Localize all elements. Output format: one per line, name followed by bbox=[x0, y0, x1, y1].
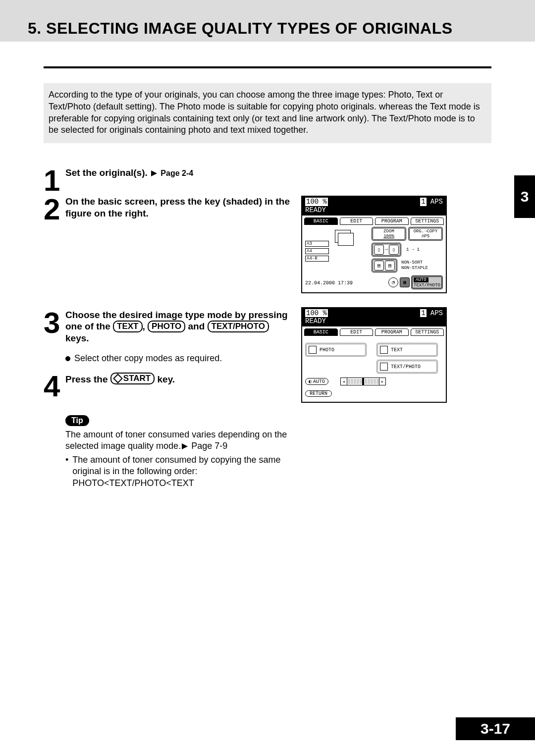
stack-icon: ▤ bbox=[385, 261, 395, 270]
text-icon bbox=[380, 346, 388, 354]
start-key: START bbox=[110, 373, 155, 384]
step-1: 1 Set the original(s). Page 2-4 bbox=[44, 165, 491, 193]
step-3: 3 Choose the desired image type mode by … bbox=[44, 307, 291, 345]
mode-abbr: APS bbox=[430, 198, 443, 206]
timestamp: 22.04.2000 17:39 bbox=[305, 278, 353, 286]
intro-paragraph: According to the type of your originals,… bbox=[44, 83, 491, 143]
slider-right-icon: ▸ bbox=[379, 378, 385, 385]
copier-panel-modes: 100 % 1 APS READY BASIC EDIT PROGRAM SET… bbox=[301, 307, 447, 403]
step-number: 2 bbox=[44, 198, 63, 221]
tab-settings[interactable]: SETTINGS bbox=[411, 217, 444, 225]
status-text: READY bbox=[305, 206, 443, 215]
tab-edit[interactable]: EDIT bbox=[340, 328, 374, 336]
step2-text: On the basic screen, press the key (shad… bbox=[65, 194, 291, 219]
step-2: 2 On the basic screen, press the key (sh… bbox=[44, 194, 291, 221]
tray-a3[interactable]: A3 bbox=[305, 241, 329, 247]
zoom-button[interactable]: ZOOM 100% bbox=[372, 227, 406, 241]
tray-a4r[interactable]: A4-R bbox=[305, 256, 329, 262]
mode-text-button[interactable]: TEXT bbox=[376, 343, 438, 357]
copy-count: 1 bbox=[420, 198, 426, 206]
step-number: 1 bbox=[44, 169, 63, 193]
chapter-side-tab: 3 bbox=[514, 175, 535, 218]
sort-button[interactable]: ▤ ▤ bbox=[372, 259, 397, 272]
tray-a4[interactable]: A4 bbox=[305, 248, 329, 254]
photo-key: PHOTO bbox=[148, 321, 185, 332]
photo-icon bbox=[309, 346, 317, 354]
status-text: READY bbox=[305, 317, 443, 325]
textphoto-key: TEXT/PHOTO bbox=[208, 321, 269, 332]
org-copy-button[interactable]: ORG.→COPY APS bbox=[408, 227, 443, 241]
step-number: 3 bbox=[44, 311, 63, 335]
tip-badge: Tip bbox=[65, 415, 89, 426]
step1-text: Set the original(s). bbox=[65, 167, 148, 178]
tip-line1: The amount of toner consumed varies depe… bbox=[65, 430, 287, 451]
tab-edit[interactable]: EDIT bbox=[340, 217, 374, 225]
timer-icon: ◔ bbox=[388, 277, 398, 287]
staple-text: NON-STAPLE bbox=[401, 266, 428, 270]
sort-text: NON-SORT bbox=[401, 261, 428, 265]
density-slider[interactable]: ◂ ▸ bbox=[340, 378, 386, 385]
tip-order: PHOTO<TEXT/PHOTO<TEXT bbox=[72, 478, 291, 489]
tab-basic[interactable]: BASIC bbox=[304, 328, 338, 336]
diamond-icon bbox=[113, 374, 123, 383]
copier-panel-basic: 100 % 1 APS READY BASIC EDIT PROGRAM SET… bbox=[301, 196, 447, 293]
tip-page-ref: Page 7-9 bbox=[191, 441, 227, 451]
tip-bullet-text: The amount of toner consumed by copying … bbox=[72, 454, 291, 478]
page-number: 3-17 bbox=[456, 717, 535, 740]
auto-density-button[interactable]: ◐ AUTO bbox=[305, 378, 328, 385]
zoom-readout: 100 % bbox=[305, 198, 328, 206]
duplex-button[interactable]: ▯ → ▯ bbox=[372, 243, 401, 257]
mode-abbr: APS bbox=[430, 309, 443, 318]
slider-thumb[interactable] bbox=[362, 378, 364, 385]
return-button[interactable]: RETURN bbox=[305, 390, 332, 397]
page-single-icon: ▯ bbox=[374, 245, 384, 255]
stack-icon: ▤ bbox=[374, 261, 384, 270]
tip-block: Tip The amount of toner consumed varies … bbox=[65, 415, 291, 489]
copy-count: 1 bbox=[420, 309, 426, 318]
tip-bullet-dot: • bbox=[65, 454, 68, 489]
zoom-readout: 100 % bbox=[305, 309, 328, 318]
step1-page-ref: Page 2-4 bbox=[160, 169, 193, 177]
tab-program[interactable]: PROGRAM bbox=[375, 328, 409, 336]
page-single-icon: ▯ bbox=[389, 245, 399, 255]
page-ref-arrow-icon bbox=[182, 443, 188, 449]
title-bar: 5. SELECTING IMAGE QUALITY TYPES OF ORIG… bbox=[0, 0, 535, 42]
textphoto-icon bbox=[380, 363, 388, 371]
mode-textphoto-button[interactable]: TEXT/PHOTO bbox=[376, 360, 438, 374]
step-4: 4 Press the START key. bbox=[44, 371, 291, 398]
text-key: TEXT bbox=[113, 321, 142, 332]
step3-sub: Select other copy modes as required. bbox=[65, 353, 291, 364]
step4-lead: Press the bbox=[65, 374, 110, 384]
textphoto-icon: ▦ bbox=[400, 277, 410, 287]
slider-left-icon: ◂ bbox=[341, 378, 347, 385]
tab-basic[interactable]: BASIC bbox=[304, 217, 338, 225]
textphoto-button[interactable]: AUTO TEXT/PHOTO bbox=[411, 275, 443, 289]
one-to-one: 1 → 1 bbox=[406, 247, 420, 252]
tab-settings[interactable]: SETTINGS bbox=[411, 328, 444, 336]
page-title: 5. SELECTING IMAGE QUALITY TYPES OF ORIG… bbox=[28, 19, 453, 42]
step-number: 4 bbox=[44, 375, 63, 398]
page-ref-arrow-icon bbox=[151, 170, 157, 176]
tab-program[interactable]: PROGRAM bbox=[375, 217, 409, 225]
bullet-icon bbox=[65, 356, 70, 361]
auto-icon: ◐ bbox=[309, 378, 312, 384]
mode-photo-button[interactable]: PHOTO bbox=[305, 343, 367, 357]
horizontal-rule bbox=[44, 66, 491, 68]
